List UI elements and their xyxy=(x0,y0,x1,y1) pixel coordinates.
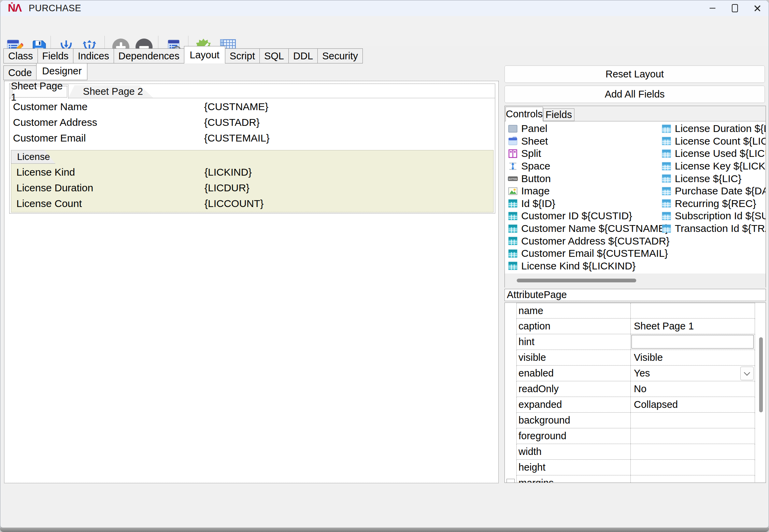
tab-dependences[interactable]: Dependences xyxy=(114,48,184,63)
property-row-height[interactable]: height xyxy=(516,460,755,475)
designer-field-license-duration[interactable]: License Duration{LICDUR} xyxy=(11,180,493,195)
enabled-dropdown-button[interactable] xyxy=(740,367,754,380)
property-row-width[interactable]: width xyxy=(516,444,755,460)
app-logo: ṄΛ xyxy=(8,0,21,16)
palette-item-transaction-id-tra[interactable]: Transaction Id ${TRA xyxy=(661,222,766,235)
palette-item-label: Id ${ID} xyxy=(521,198,555,209)
license-group-header[interactable]: License xyxy=(11,150,55,164)
tab-code[interactable]: Code xyxy=(3,65,37,80)
tab-script[interactable]: Script xyxy=(225,48,260,63)
tab-sql[interactable]: SQL xyxy=(259,48,289,63)
property-row-name[interactable]: name xyxy=(516,303,755,319)
margins-collapse-icon[interactable] xyxy=(507,479,515,483)
field-placeholder: {LICKIND} xyxy=(204,165,252,180)
property-value[interactable] xyxy=(631,444,755,459)
property-value[interactable]: Visible xyxy=(631,350,755,365)
property-value[interactable] xyxy=(631,460,755,475)
property-row-caption[interactable]: captionSheet Page 1 xyxy=(516,319,755,334)
tab-fields[interactable]: Fields xyxy=(543,108,574,121)
main-tab-bar: ClassFieldsIndicesDependencesLayoutScrip… xyxy=(3,46,363,63)
property-value[interactable]: Yes xyxy=(631,366,755,381)
palette-item-license-lic[interactable]: License ${LIC} xyxy=(661,172,766,185)
minimize-icon xyxy=(710,8,715,9)
palette-item-recurring-rec[interactable]: Recurring ${REC} xyxy=(661,197,766,210)
palette-item-customer-address-custadr[interactable]: Customer Address ${CUSTADR} xyxy=(508,235,660,247)
maximize-button[interactable] xyxy=(724,0,746,16)
palette-item-id-id[interactable]: Id ${ID} xyxy=(508,197,660,210)
controls-palette: Controls Fields PanelSheetSplitSpaceBUTT… xyxy=(504,106,766,287)
property-value[interactable] xyxy=(631,303,755,318)
palette-item-customer-email-custemail[interactable]: Customer Email ${CUSTEMAIL} xyxy=(508,247,660,260)
property-value[interactable] xyxy=(631,334,755,350)
tab-fields[interactable]: Fields xyxy=(38,48,73,63)
palette-item-purchase-date-dat[interactable]: Purchase Date ${DAT xyxy=(661,185,766,197)
palette-item-sheet[interactable]: Sheet xyxy=(508,135,660,148)
property-row-enabled[interactable]: enabledYes xyxy=(516,366,755,381)
field-light-icon xyxy=(661,186,672,196)
sheet-control[interactable]: Sheet Page 1 Sheet Page 2 Customer Name{… xyxy=(9,84,495,213)
property-value[interactable]: Sheet Page 1 xyxy=(631,319,755,334)
property-value[interactable] xyxy=(631,413,755,428)
palette-item-license-duration-li[interactable]: License Duration ${LI xyxy=(661,122,766,135)
palette-item-customer-name-custname[interactable]: Customer Name ${CUSTNAME} xyxy=(508,222,660,235)
property-row-visible[interactable]: visibleVisible xyxy=(516,350,755,366)
close-button[interactable] xyxy=(746,0,769,16)
sheet-page-2-tab[interactable]: Sheet Page 2 xyxy=(68,85,158,98)
tab-layout[interactable]: Layout xyxy=(184,46,225,63)
designer-canvas[interactable]: Sheet Page 1 Sheet Page 2 Customer Name{… xyxy=(4,81,499,483)
tab-designer[interactable]: Designer xyxy=(36,62,87,80)
license-group[interactable]: License License Kind{LICKIND}License Dur… xyxy=(11,150,494,212)
palette-item-license-count-licc[interactable]: License Count ${LICC xyxy=(661,135,766,148)
tab-ddl[interactable]: DDL xyxy=(288,48,318,63)
palette-item-subscription-id-sub[interactable]: Subscription Id ${SUB xyxy=(661,210,766,222)
sheet-page-1-tab[interactable]: Sheet Page 1 xyxy=(11,85,69,99)
vscrollbar-thumb[interactable] xyxy=(759,337,763,412)
hint-value-input[interactable] xyxy=(631,335,754,349)
property-value[interactable] xyxy=(631,428,755,444)
hscrollbar-thumb[interactable] xyxy=(517,279,636,282)
palette-item-label: License ${LIC} xyxy=(675,173,741,184)
chevron-down-icon xyxy=(744,369,750,375)
designer-field-customer-address[interactable]: Customer Address{CUSTADR} xyxy=(10,115,495,130)
designer-field-license-kind[interactable]: License Kind{LICKIND} xyxy=(11,165,493,180)
property-value[interactable]: No xyxy=(631,381,755,397)
minimize-button[interactable] xyxy=(701,0,724,16)
palette-item-panel[interactable]: Panel xyxy=(508,122,660,135)
palette-column-left: PanelSheetSplitSpaceBUTTONButtonImageId … xyxy=(508,122,660,272)
palette-item-space[interactable]: Space xyxy=(508,160,660,173)
reset-layout-button[interactable]: Reset Layout xyxy=(504,65,765,83)
property-name: enabled xyxy=(517,366,631,381)
palette-item-license-used-licus[interactable]: License Used ${LICUS xyxy=(661,147,766,160)
property-value[interactable]: Collapsed xyxy=(631,397,755,412)
palette-item-license-kind-lickind[interactable]: License Kind ${LICKIND} xyxy=(508,260,660,272)
tab-security[interactable]: Security xyxy=(317,48,363,63)
tab-controls[interactable]: Controls xyxy=(505,107,543,121)
palette-item-license-key-lickey[interactable]: License Key ${LICKEY xyxy=(661,160,766,173)
add-all-fields-button[interactable]: Add All Fields xyxy=(504,86,765,103)
palette-item-button[interactable]: BUTTONButton xyxy=(508,172,660,185)
field-light-icon xyxy=(661,223,672,234)
palette-item-customer-id-custid[interactable]: Customer ID ${CUSTID} xyxy=(508,210,660,222)
palette-item-image[interactable]: Image xyxy=(508,185,660,197)
property-row-foreground[interactable]: foreground xyxy=(516,428,755,444)
palette-hscrollbar[interactable] xyxy=(505,274,766,287)
property-row-background[interactable]: background xyxy=(516,413,755,428)
tab-indices[interactable]: Indices xyxy=(73,48,114,63)
palette-item-label: Transaction Id ${TRA xyxy=(675,223,766,234)
palette-item-label: Space xyxy=(521,160,550,172)
property-row-readonly[interactable]: readOnlyNo xyxy=(516,381,755,397)
designer-field-customer-email[interactable]: Customer Email{CUSTEMAIL} xyxy=(10,130,495,146)
tab-class[interactable]: Class xyxy=(3,48,38,63)
property-row-hint[interactable]: hint xyxy=(516,334,755,350)
toolbar xyxy=(0,16,769,46)
field-icon xyxy=(508,261,518,271)
designer-field-license-count[interactable]: License Count{LICCOUNT} xyxy=(11,196,493,211)
field-placeholder: {CUSTADR} xyxy=(204,115,260,130)
property-value-text: Collapsed xyxy=(634,399,678,410)
property-value-text: Sheet Page 1 xyxy=(634,321,694,331)
property-value[interactable] xyxy=(631,475,755,483)
palette-item-split[interactable]: Split xyxy=(508,147,660,160)
designer-field-customer-name[interactable]: Customer Name{CUSTNAME} xyxy=(10,99,495,115)
property-row-margins[interactable]: margins xyxy=(516,475,755,483)
property-row-expanded[interactable]: expandedCollapsed xyxy=(516,397,755,413)
